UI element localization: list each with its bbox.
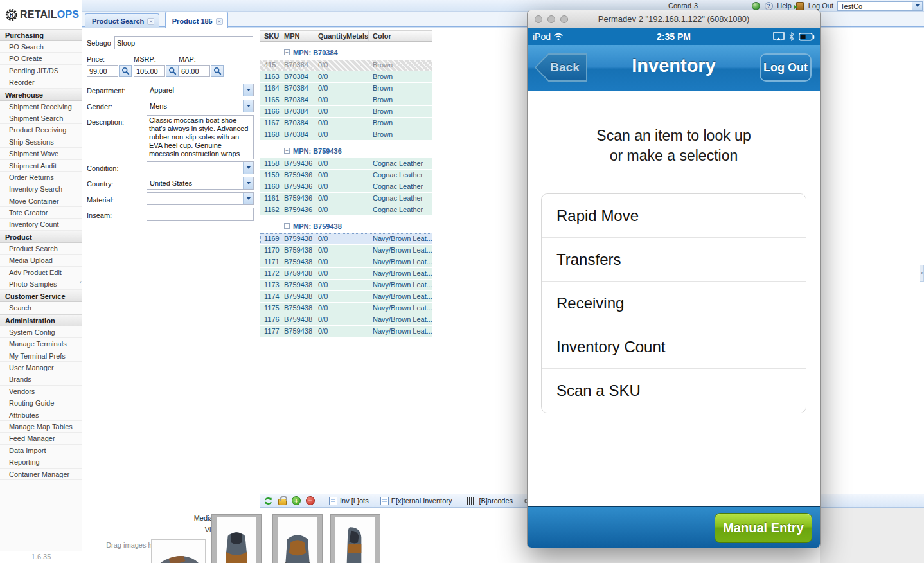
sidebar-item-shipment-wave[interactable]: Shipment Wave: [0, 148, 82, 159]
column-header-quantity[interactable]: Quantity: [314, 31, 342, 41]
sidebar-item-ship-sessions[interactable]: Ship Sessions: [0, 136, 82, 148]
sidebar-item-shipment-search[interactable]: Shipment Search: [0, 112, 82, 124]
gender-combo-trigger[interactable]: [243, 100, 253, 112]
table-row-sku-1161[interactable]: 1161B7594360/0Cognac Leather: [260, 193, 432, 204]
table-row-sku-1174[interactable]: 1174B7594380/0Navy/Brown Leat...: [260, 291, 432, 302]
help-icon[interactable]: ?: [764, 1, 773, 10]
table-row-sku-1175[interactable]: 1175B7594380/0Navy/Brown Leat...: [260, 303, 432, 314]
tab-product-185[interactable]: Product 185 ✕: [165, 12, 228, 28]
globe-icon[interactable]: [751, 1, 760, 10]
condition-combo-trigger[interactable]: [243, 162, 253, 174]
table-row-sku-1164[interactable]: 1164B703840/0Brown: [260, 83, 432, 94]
help-link[interactable]: Help: [777, 2, 792, 10]
company-select-trigger[interactable]: [912, 2, 922, 10]
condition-combo[interactable]: [147, 161, 254, 174]
sidebar-item-feed-manager[interactable]: Feed Manager: [0, 433, 82, 444]
column-header-color[interactable]: Color: [369, 31, 432, 41]
table-row-sku-1162[interactable]: 1162B7594360/0Cognac Leather: [260, 204, 432, 215]
logout-link[interactable]: Log Out: [808, 2, 833, 10]
emulator-title-bar[interactable]: Permadev 2 "192.168.1.122" (608x1080): [528, 10, 820, 28]
table-row-sku-1165[interactable]: 1165B703840/0Brown: [260, 94, 432, 105]
sidebar-item-product-search[interactable]: Product Search: [0, 243, 82, 255]
sidebar-section-customer-service[interactable]: Customer Service: [0, 290, 82, 302]
sidebar-item-brands[interactable]: Brands: [0, 373, 82, 385]
right-panel-collapse-handle[interactable]: ‹: [920, 265, 924, 282]
sidebar-item-shipment-audit[interactable]: Shipment Audit: [0, 160, 82, 172]
menu-item-transfers[interactable]: Transfers: [542, 238, 806, 282]
sidebar-item-routing-guide[interactable]: Routing Guide: [0, 397, 82, 409]
logout-icon[interactable]: [795, 1, 804, 10]
sidebar-item-media-upload[interactable]: Media Upload: [0, 255, 82, 266]
tab-product-search[interactable]: Product Search ✕: [85, 13, 159, 28]
collapse-icon[interactable]: −: [284, 223, 290, 229]
gender-combo[interactable]: Mens: [147, 100, 254, 112]
external-inventory-button[interactable]: E[x]ternal Inventory: [380, 497, 452, 505]
msrp-search-button[interactable]: [166, 65, 179, 77]
group-header-mpn-b759438[interactable]: −MPN: B759438: [260, 220, 432, 231]
table-row-sku-1171[interactable]: 1171B7594380/0Navy/Brown Leat...: [260, 256, 432, 267]
sidebar-item-photo-samples[interactable]: Photo Samples: [0, 278, 82, 290]
table-row-sku-415[interactable]: 415B703840/0Brown: [260, 60, 432, 71]
barcodes-button[interactable]: [B]arcodes: [467, 497, 513, 505]
sidebar-item-manage-map-tables[interactable]: Manage Map Tables: [0, 421, 82, 433]
add-row-button[interactable]: +: [292, 496, 301, 505]
column-header-metals[interactable]: Metals: [342, 31, 369, 41]
sidebar-item-shipment-receiving[interactable]: Shipment Receiving: [0, 101, 82, 112]
media-thumbnail[interactable]: [151, 539, 206, 563]
department-combo[interactable]: Apparel: [147, 84, 254, 96]
media-thumbnail[interactable]: [272, 514, 323, 563]
table-row-sku-1159[interactable]: 1159B7594360/0Cognac Leather: [260, 170, 432, 181]
country-combo-trigger[interactable]: [243, 177, 253, 189]
sidebar-item-tote-creator[interactable]: Tote Creator: [0, 207, 82, 219]
description-textarea[interactable]: Classic moccasin boat shoe that's always…: [147, 115, 254, 159]
table-row-sku-1158[interactable]: 1158B7594360/0Cognac Leather: [260, 158, 432, 169]
price-input[interactable]: [87, 65, 118, 77]
emulator-logout-button[interactable]: Log Out: [760, 53, 812, 82]
remove-row-button[interactable]: −: [306, 496, 315, 505]
emulator-window[interactable]: Permadev 2 "192.168.1.122" (608x1080) iP…: [527, 10, 821, 548]
menu-item-receiving[interactable]: Receiving: [542, 282, 806, 325]
sidebar-section-product[interactable]: Product: [0, 231, 82, 243]
sidebar-section-warehouse[interactable]: Warehouse: [0, 89, 82, 101]
sidebar-item-inventory-search[interactable]: Inventory Search: [0, 183, 82, 195]
price-search-button[interactable]: [119, 65, 132, 77]
column-header-sku[interactable]: SKU: [260, 31, 280, 41]
tab-close-icon[interactable]: ✕: [147, 18, 154, 25]
sidebar-item-product-receiving[interactable]: Product Receiving: [0, 124, 82, 136]
media-thumbnail[interactable]: [211, 514, 262, 563]
refresh-button[interactable]: [263, 496, 273, 506]
map-search-button[interactable]: [211, 65, 224, 77]
manual-entry-button[interactable]: Manual Entry: [715, 513, 812, 543]
tab-close-icon[interactable]: ✕: [216, 18, 223, 25]
company-select[interactable]: TestCo: [837, 1, 923, 11]
sidebar-item-po-search[interactable]: PO Search: [0, 41, 82, 53]
sidebar-item-manage-terminals[interactable]: Manage Terminals: [0, 338, 82, 350]
sidebar-item-inventory-count[interactable]: Inventory Count: [0, 219, 82, 230]
material-combo-trigger[interactable]: [243, 193, 253, 204]
sidebar-item-pending-jit-ds[interactable]: Pending JIT/DS: [0, 65, 82, 76]
sidebar-item-po-create[interactable]: PO Create: [0, 53, 82, 64]
table-row-sku-1168[interactable]: 1168B703840/0Brown: [260, 129, 432, 140]
table-row-sku-1172[interactable]: 1172B7594380/0Navy/Brown Leat...: [260, 268, 432, 279]
table-row-sku-1160[interactable]: 1160B7594360/0Cognac Leather: [260, 181, 432, 192]
sidebar-item-attributes[interactable]: Attributes: [0, 409, 82, 421]
sidebar-section-administration[interactable]: Administration: [0, 314, 82, 326]
sidebar-item-my-terminal-prefs[interactable]: My Terminal Prefs: [0, 350, 82, 362]
column-header-mpn[interactable]: MPN: [280, 31, 314, 41]
inseam-input[interactable]: [147, 208, 254, 221]
table-row-sku-1166[interactable]: 1166B703840/0Brown: [260, 106, 432, 117]
country-combo[interactable]: United States: [147, 177, 254, 190]
sidebar-item-order-returns[interactable]: Order Returns: [0, 172, 82, 183]
table-row-sku-1177[interactable]: 1177B7594380/0Navy/Brown Leat...: [260, 326, 432, 337]
material-combo[interactable]: [147, 192, 254, 205]
menu-item-scan-a-sku[interactable]: Scan a SKU: [542, 369, 806, 413]
sidebar-item-search[interactable]: Search: [0, 302, 82, 314]
sidebar-section-purchasing[interactable]: Purchasing: [0, 29, 82, 41]
msrp-input[interactable]: [134, 65, 165, 77]
sidebar-item-system-config[interactable]: System Config: [0, 326, 82, 338]
sidebar-item-reporting[interactable]: Reporting: [0, 456, 82, 468]
sidebar-item-user-manager[interactable]: User Manager: [0, 362, 82, 373]
table-row-sku-1169[interactable]: 1169B7594380/0Navy/Brown Leat...: [260, 233, 432, 244]
sidebar-item-reorder[interactable]: Reorder: [0, 76, 82, 88]
sidebar-item-move-container[interactable]: Move Container: [0, 195, 82, 207]
